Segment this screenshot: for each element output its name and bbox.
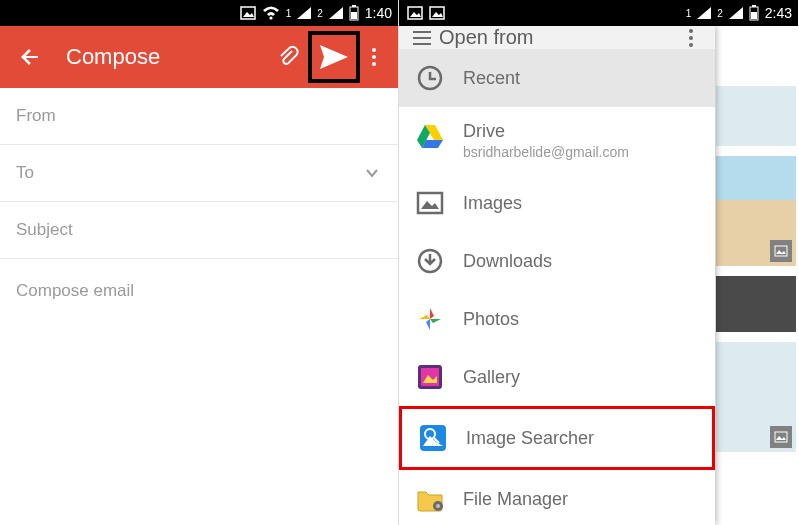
notif-image-icon2 (429, 6, 445, 20)
wifi-icon (262, 6, 280, 20)
image-indicator-icon (240, 6, 256, 20)
drawer-item-label: Drive (463, 121, 699, 142)
thumb[interactable] (716, 276, 796, 332)
signal1-icon (297, 7, 311, 19)
status-bar-right: 1 2 2:43 (399, 0, 798, 26)
drawer-menu-icon[interactable] (413, 30, 431, 46)
svg-rect-17 (751, 12, 757, 19)
drawer-item-label: Photos (463, 309, 699, 330)
battery-icon (349, 5, 359, 21)
appbar-title: Compose (66, 44, 160, 70)
body-field[interactable]: Compose email (0, 259, 398, 323)
svg-marker-1 (243, 12, 254, 17)
from-field[interactable]: From (0, 88, 398, 145)
status-time: 1:40 (365, 5, 392, 21)
open-from-drawer: Open from Recent Drive bsridharbelide@gm… (399, 26, 715, 525)
drawer-item-downloads[interactable]: Downloads (399, 232, 715, 290)
svg-rect-22 (413, 31, 431, 33)
drawer-item-gallery[interactable]: Gallery (399, 348, 715, 406)
svg-rect-7 (351, 12, 357, 19)
photos-icon (415, 304, 445, 334)
svg-point-2 (269, 16, 272, 19)
attach-button[interactable] (268, 37, 308, 77)
svg-rect-18 (775, 246, 787, 256)
thumb[interactable] (716, 156, 796, 266)
drawer-item-label: Recent (463, 68, 699, 89)
svg-marker-19 (776, 250, 786, 254)
picture-icon (770, 240, 792, 262)
send-icon (320, 45, 348, 69)
drive-icon (415, 121, 445, 151)
svg-marker-8 (320, 45, 348, 69)
notif-image-icon (407, 6, 423, 20)
sim1-label: 1 (286, 8, 292, 19)
svg-marker-10 (410, 12, 421, 17)
back-button[interactable] (10, 37, 50, 77)
svg-marker-30 (421, 201, 439, 209)
svg-rect-23 (413, 37, 431, 39)
drawer-item-label: Gallery (463, 367, 699, 388)
svg-marker-3 (297, 7, 311, 19)
drawer-item-images[interactable]: Images (399, 174, 715, 232)
back-arrow-icon (18, 45, 42, 69)
signal2-icon-r (729, 7, 743, 19)
signal1-icon-r (697, 7, 711, 19)
drawer-item-label: Images (463, 193, 699, 214)
drawer-overflow-button[interactable] (681, 29, 701, 47)
thumb[interactable] (716, 342, 796, 452)
sim1-label-r: 1 (686, 8, 692, 19)
subject-field[interactable]: Subject (0, 202, 398, 259)
drawer-title: Open from (439, 26, 681, 49)
drawer-item-label: File Manager (463, 489, 699, 510)
svg-marker-12 (432, 12, 443, 17)
drawer-item-label: Image Searcher (466, 428, 696, 449)
from-label: From (16, 106, 382, 126)
status-time-r: 2:43 (765, 5, 792, 21)
thumb[interactable] (716, 86, 796, 146)
svg-marker-14 (729, 7, 743, 19)
chevron-down-icon[interactable] (362, 163, 382, 183)
send-highlight-box (308, 31, 360, 83)
body-placeholder: Compose email (16, 281, 134, 300)
drawer-item-recent[interactable]: Recent (399, 49, 715, 107)
file-manager-icon (415, 484, 445, 514)
svg-rect-16 (752, 5, 756, 7)
image-searcher-icon (418, 423, 448, 453)
battery-icon-r (749, 5, 759, 21)
svg-rect-24 (413, 43, 431, 45)
clock-icon (415, 63, 445, 93)
subject-label: Subject (16, 220, 382, 240)
sim2-label-r: 2 (717, 8, 723, 19)
download-icon (415, 246, 445, 276)
filepicker-screen: 1 2 2:43 (399, 0, 798, 525)
gallery-icon (415, 362, 445, 392)
images-icon (415, 188, 445, 218)
drawer-header: Open from (399, 26, 715, 49)
compose-appbar: Compose (0, 26, 398, 88)
overflow-menu-button[interactable] (360, 37, 388, 77)
drawer-item-file-manager[interactable]: File Manager (399, 470, 715, 525)
picture-icon (770, 426, 792, 448)
svg-rect-6 (352, 5, 356, 7)
to-label: To (16, 163, 362, 183)
drawer-item-image-searcher[interactable]: Image Searcher (399, 406, 715, 470)
svg-point-40 (436, 504, 440, 508)
drawer-item-photos[interactable]: Photos (399, 290, 715, 348)
drawer-item-label: Downloads (463, 251, 699, 272)
svg-rect-29 (418, 193, 442, 213)
overflow-icon (681, 29, 701, 47)
drawer-item-sub: bsridharbelide@gmail.com (463, 144, 699, 160)
to-field[interactable]: To (0, 145, 398, 202)
drawer-item-drive[interactable]: Drive bsridharbelide@gmail.com (399, 107, 715, 174)
status-bar: 1 2 1:40 (0, 0, 398, 26)
compose-screen: 1 2 1:40 Compose (0, 0, 399, 525)
send-button[interactable] (316, 37, 352, 77)
signal2-icon (329, 7, 343, 19)
sim2-label: 2 (317, 8, 323, 19)
paperclip-icon (276, 45, 300, 69)
svg-marker-4 (329, 7, 343, 19)
svg-rect-20 (775, 432, 787, 442)
background-thumbs (716, 86, 796, 525)
overflow-icon (372, 48, 376, 66)
svg-marker-13 (697, 7, 711, 19)
